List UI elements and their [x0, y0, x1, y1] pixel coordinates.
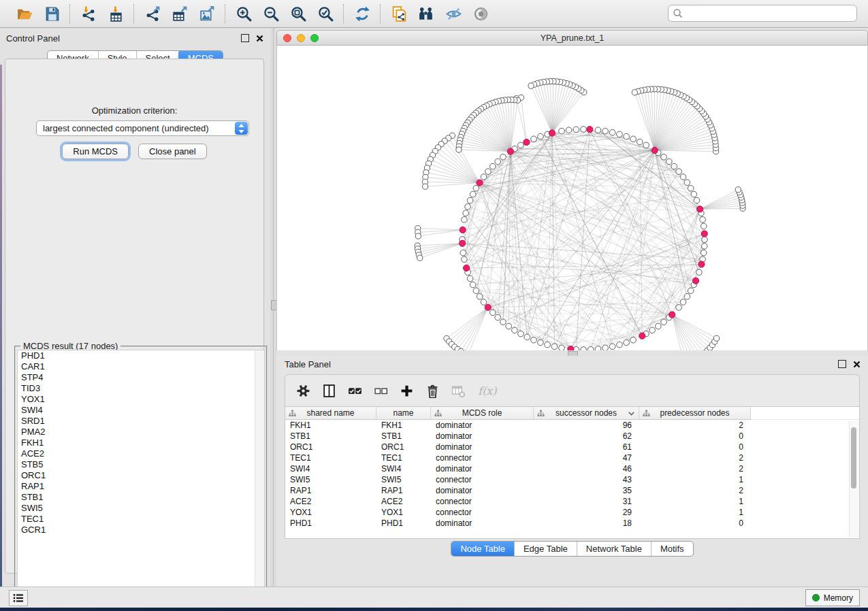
cell-predecessor-nodes[interactable]: 1 — [639, 497, 751, 506]
network-node[interactable] — [500, 154, 507, 160]
close-panel-button[interactable]: Close panel — [138, 144, 207, 159]
deselect-all-button[interactable] — [374, 382, 388, 399]
network-node[interactable] — [688, 185, 694, 191]
network-node[interactable] — [415, 233, 421, 239]
network-hub-node[interactable] — [524, 139, 530, 145]
cell-successor-nodes[interactable]: 18 — [534, 518, 639, 528]
float-table-panel-icon[interactable] — [838, 360, 846, 368]
search-box[interactable] — [668, 5, 857, 22]
cell-MCDS-role[interactable]: dominator — [431, 486, 534, 495]
network-node[interactable] — [676, 169, 682, 175]
network-node[interactable] — [531, 136, 537, 142]
network-node[interactable] — [500, 319, 507, 325]
table-scrollbar-thumb[interactable] — [851, 427, 856, 489]
network-node[interactable] — [467, 197, 473, 203]
cell-name[interactable]: YOX1 — [376, 508, 431, 517]
network-node[interactable] — [559, 128, 565, 134]
cell-name[interactable]: SWI4 — [376, 464, 431, 474]
cell-shared-name[interactable]: RAP1 — [285, 486, 376, 495]
mcds-result-item[interactable]: RAP1 — [18, 481, 264, 492]
mcds-result-item[interactable]: YOX1 — [18, 394, 264, 405]
mcds-result-item[interactable]: GCR1 — [18, 525, 264, 535]
task-history-button[interactable] — [9, 590, 28, 606]
zoom-out-button[interactable] — [260, 3, 282, 24]
cell-MCDS-role[interactable]: connector — [431, 453, 534, 463]
mcds-result-item[interactable]: ORC1 — [18, 470, 264, 481]
cell-name[interactable]: ACE2 — [376, 497, 431, 506]
network-hub-node[interactable] — [477, 180, 483, 186]
cell-successor-nodes[interactable]: 29 — [534, 508, 639, 517]
table-row-SWI4[interactable]: SWI4SWI4dominator462 — [285, 463, 859, 474]
network-node[interactable] — [666, 159, 673, 165]
tab-motifs[interactable]: Motifs — [651, 542, 693, 556]
zoom-in-button[interactable] — [233, 3, 255, 24]
cell-name[interactable]: FKH1 — [376, 420, 431, 430]
network-node[interactable] — [691, 191, 697, 197]
zoom-selected-button[interactable] — [315, 3, 336, 24]
network-node[interactable] — [485, 169, 492, 175]
network-node[interactable] — [661, 319, 667, 325]
vertical-splitter[interactable] — [270, 28, 276, 587]
delete-row-button[interactable] — [425, 382, 440, 399]
mcds-result-item[interactable]: ACE2 — [18, 448, 264, 459]
network-node[interactable] — [684, 294, 690, 300]
mcds-result-item[interactable]: SRD1 — [18, 416, 264, 427]
tab-node-table[interactable]: Node Table — [451, 541, 515, 557]
network-node[interactable] — [637, 139, 643, 145]
mcds-result-item[interactable]: STP4 — [18, 372, 264, 383]
zoom-fit-button[interactable] — [287, 3, 309, 24]
tab-edge-table[interactable]: Edge Table — [514, 542, 577, 556]
network-node[interactable] — [702, 237, 708, 243]
cell-predecessor-nodes[interactable]: 2 — [639, 464, 751, 474]
mcds-result-item[interactable]: PHD1 — [18, 350, 264, 361]
network-node[interactable] — [506, 323, 512, 329]
table-row-ORC1[interactable]: ORC1ORC1dominator610 — [285, 442, 859, 452]
open-file-button[interactable] — [14, 3, 35, 24]
network-node[interactable] — [649, 327, 656, 333]
criterion-select[interactable]: largest connected component (undirected) — [36, 120, 249, 136]
network-hub-node[interactable] — [652, 147, 658, 153]
cell-MCDS-role[interactable]: connector — [431, 475, 534, 484]
network-node[interactable] — [518, 142, 524, 148]
network-node[interactable] — [462, 216, 468, 222]
show-graphics-details-button[interactable] — [470, 3, 492, 24]
network-node[interactable] — [481, 174, 487, 180]
network-node[interactable] — [701, 250, 707, 256]
network-node[interactable] — [655, 323, 661, 329]
network-titlebar[interactable]: YPA_prune.txt_1 — [276, 30, 868, 46]
network-node[interactable] — [632, 90, 637, 95]
show-columns-button[interactable] — [322, 382, 336, 399]
clone-network-button[interactable] — [388, 3, 410, 24]
network-node[interactable] — [700, 216, 706, 222]
add-row-button[interactable] — [400, 382, 414, 399]
cell-shared-name[interactable]: STB1 — [285, 431, 376, 441]
close-table-panel-icon[interactable] — [853, 361, 861, 368]
table-row-SWI5[interactable]: SWI5SWI5connector431 — [285, 474, 859, 485]
apply-layout-button[interactable] — [351, 3, 373, 24]
network-node[interactable] — [680, 174, 686, 180]
cell-predecessor-nodes[interactable]: 0 — [639, 442, 751, 452]
float-panel-icon[interactable] — [241, 34, 249, 42]
cell-shared-name[interactable]: SWI4 — [285, 464, 376, 474]
network-node[interactable] — [595, 127, 601, 133]
network-hub-node[interactable] — [669, 312, 675, 318]
network-node[interactable] — [624, 133, 630, 139]
network-node[interactable] — [528, 83, 534, 88]
cell-shared-name[interactable]: ACE2 — [285, 497, 376, 506]
network-node[interactable] — [573, 127, 579, 133]
network-node[interactable] — [694, 197, 700, 203]
cell-predecessor-nodes[interactable]: 0 — [639, 518, 751, 528]
network-node[interactable] — [545, 342, 551, 348]
table-row-FKH1[interactable]: FKH1FKH1dominator962 — [285, 420, 859, 431]
network-node[interactable] — [676, 305, 682, 311]
cell-shared-name[interactable]: FKH1 — [285, 420, 376, 430]
network-node[interactable] — [617, 131, 623, 137]
export-network-button[interactable] — [142, 3, 163, 24]
export-table-button[interactable] — [169, 3, 191, 24]
network-node[interactable] — [671, 163, 677, 169]
table-settings-button[interactable] — [296, 382, 310, 399]
network-node[interactable] — [467, 276, 473, 282]
network-hub-node[interactable] — [692, 278, 698, 284]
network-node[interactable] — [489, 163, 496, 169]
table-scrollbar[interactable] — [849, 420, 858, 538]
